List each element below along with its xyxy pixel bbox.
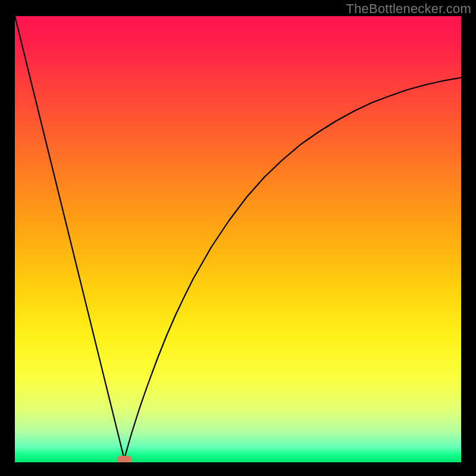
min-marker	[117, 456, 131, 462]
curve-layer	[15, 16, 461, 462]
attribution-label: TheBottlenecker.com	[346, 1, 471, 17]
chart-frame: TheBottlenecker.com	[0, 0, 476, 476]
bottleneck-curve	[15, 16, 461, 459]
plot-area	[15, 16, 461, 462]
